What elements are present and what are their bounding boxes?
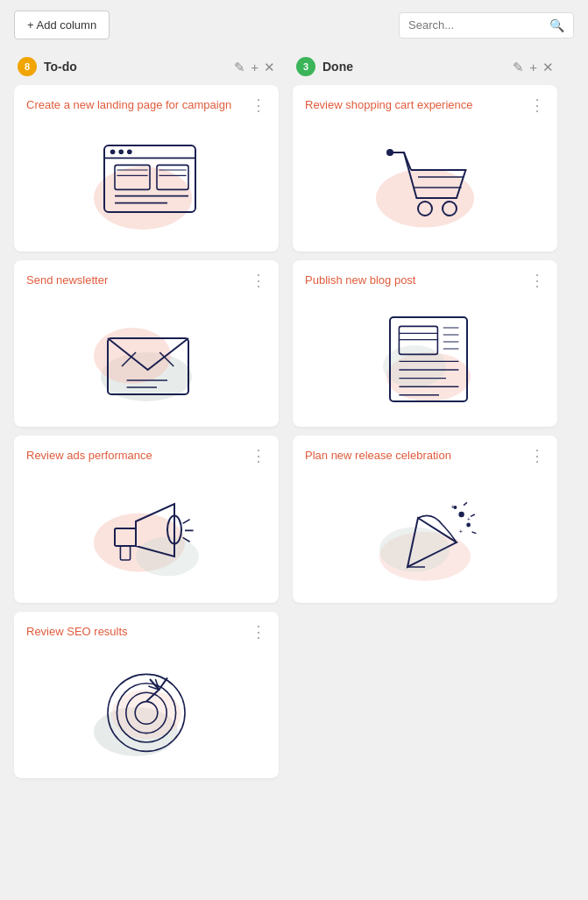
card-menu-card-7[interactable]: ⋮ <box>528 448 547 464</box>
close-icon-done[interactable]: ✕ <box>542 60 554 74</box>
card-header-card-7: Plan new release celebration ⋮ <box>293 436 557 464</box>
card-image-card-4 <box>14 640 279 778</box>
card-title-card-1: Create a new landing page for campaign <box>26 97 249 113</box>
svg-line-70 <box>472 532 477 534</box>
svg-point-3 <box>110 150 116 155</box>
close-icon-todo[interactable]: ✕ <box>264 60 275 74</box>
card-title-card-6: Publish new blog post <box>305 273 528 288</box>
card-image-card-6 <box>293 288 557 427</box>
card-title-card-7: Plan new release celebration <box>305 448 528 464</box>
svg-text:+: + <box>458 527 463 535</box>
column-actions-todo: ✎ + ✕ <box>234 60 275 74</box>
card-image-card-1 <box>14 113 279 252</box>
column-header-todo: 8 To-do ✎ + ✕ <box>14 50 279 85</box>
column-badge-todo: 8 <box>18 57 37 76</box>
column-title-todo: To-do <box>44 60 227 74</box>
search-input[interactable] <box>408 18 544 32</box>
search-icon: 🔍 <box>549 18 564 32</box>
svg-point-45 <box>386 149 393 156</box>
svg-line-68 <box>464 502 467 505</box>
card-header-card-2: Send newsletter ⋮ <box>14 260 279 288</box>
card-menu-card-5[interactable]: ⋮ <box>528 97 547 113</box>
card-header-card-3: Review ads performance ⋮ <box>14 436 279 464</box>
card-header-card-5: Review shopping cart experience ⋮ <box>293 85 557 113</box>
svg-point-5 <box>127 150 132 155</box>
card-title-card-2: Send newsletter <box>26 273 249 288</box>
svg-text:+: + <box>467 516 471 522</box>
card-menu-card-3[interactable]: ⋮ <box>249 448 268 464</box>
board: 8 To-do ✎ + ✕ Create a new landing page … <box>0 50 588 801</box>
card-image-card-5 <box>293 113 557 252</box>
card-title-card-3: Review ads performance <box>26 448 249 464</box>
card-header-card-4: Review SEO results ⋮ <box>14 612 279 640</box>
column-actions-done: ✎ + ✕ <box>513 60 554 74</box>
card-header-card-1: Create a new landing page for campaign ⋮ <box>14 85 279 113</box>
svg-point-22 <box>136 536 199 576</box>
add-column-label: + Add column <box>27 18 96 32</box>
svg-line-69 <box>471 514 475 516</box>
column-done: 3 Done ✎ + ✕ Review shopping cart experi… <box>286 50 564 787</box>
add-card-icon-done[interactable]: + <box>529 60 537 74</box>
edit-icon-todo[interactable]: ✎ <box>234 60 245 74</box>
svg-text:+: + <box>451 503 456 511</box>
column-inner-todo: Create a new landing page for campaign ⋮ <box>14 85 279 778</box>
column-todo: 8 To-do ✎ + ✕ Create a new landing page … <box>7 50 286 787</box>
svg-point-4 <box>118 150 124 155</box>
column-title-done: Done <box>322 60 506 74</box>
card-card-1[interactable]: Create a new landing page for campaign ⋮ <box>14 85 279 252</box>
card-card-6[interactable]: Publish new blog post ⋮ <box>293 260 557 427</box>
column-inner-done: Review shopping cart experience ⋮ Publis… <box>293 85 557 603</box>
search-bar: 🔍 <box>399 12 574 39</box>
card-title-card-5: Review shopping cart experience <box>305 97 528 113</box>
svg-point-47 <box>383 345 446 387</box>
card-menu-card-4[interactable]: ⋮ <box>249 624 268 640</box>
card-card-3[interactable]: Review ads performance ⋮ <box>14 436 279 602</box>
card-image-card-2 <box>14 288 279 427</box>
card-menu-card-1[interactable]: ⋮ <box>249 97 268 113</box>
card-header-card-6: Publish new blog post ⋮ <box>293 260 557 288</box>
card-card-4[interactable]: Review SEO results ⋮ <box>14 612 279 778</box>
add-card-icon-todo[interactable]: + <box>251 60 259 74</box>
card-menu-card-2[interactable]: ⋮ <box>249 273 268 288</box>
card-card-7[interactable]: Plan new release celebration ⋮ + + + <box>293 436 557 602</box>
svg-point-65 <box>458 511 464 516</box>
column-badge-done: 3 <box>296 57 315 76</box>
card-card-2[interactable]: Send newsletter ⋮ <box>14 260 279 427</box>
column-header-done: 3 Done ✎ + ✕ <box>293 50 557 85</box>
topbar: + Add column 🔍 <box>0 0 588 50</box>
card-card-5[interactable]: Review shopping cart experience ⋮ <box>293 85 557 252</box>
add-column-button[interactable]: + Add column <box>14 11 110 39</box>
edit-icon-done[interactable]: ✎ <box>513 60 524 74</box>
svg-point-66 <box>466 522 471 527</box>
card-menu-card-6[interactable]: ⋮ <box>528 273 547 288</box>
card-image-card-7: + + + <box>293 464 557 603</box>
card-title-card-4: Review SEO results <box>26 624 249 640</box>
svg-line-26 <box>183 519 190 523</box>
card-image-card-3 <box>14 464 279 603</box>
